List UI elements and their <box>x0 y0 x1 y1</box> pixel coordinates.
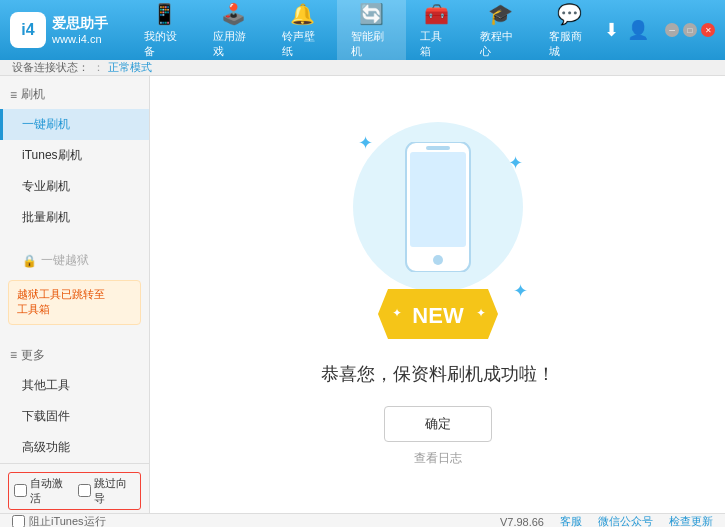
sidebar-jailbreak-header: 🔒 一键越狱 <box>0 245 149 276</box>
sidebar-item-advanced[interactable]: 高级功能 <box>0 432 149 463</box>
new-badge-svg: NEW ✦ ✦ <box>378 289 498 339</box>
sidebar-more-header: ≡ 更多 <box>0 341 149 370</box>
status-bar: 阻止iTunes运行 V7.98.66 客服 微信公众号 检查更新 <box>0 513 725 527</box>
sidebar: ≡ 刷机 一键刷机 iTunes刷机 专业刷机 批量刷机 <box>0 76 150 513</box>
success-illustration: ✦ ✦ NEW ✦ <box>338 122 538 342</box>
sidebar-jailbreak-notice: 越狱工具已跳转至 工具箱 <box>8 280 141 325</box>
status-right: V7.98.66 客服 微信公众号 检查更新 <box>500 514 713 527</box>
service-icon: 💬 <box>557 2 582 26</box>
nav-ringtones[interactable]: 🔔 铃声壁纸 <box>268 0 337 67</box>
nav-bar: 📱 我的设备 🕹️ 应用游戏 🔔 铃声壁纸 🔄 智能刷机 🧰 工具箱 🎓 <box>130 0 604 67</box>
breadcrumb: 设备连接状态： ： 正常模式 <box>0 60 725 76</box>
sidebar-item-other-tools[interactable]: 其他工具 <box>0 370 149 401</box>
auto-guide-checkbox[interactable]: 跳过向导 <box>78 476 136 506</box>
content-area: ✦ ✦ NEW ✦ <box>150 76 725 513</box>
toolbox-icon: 🧰 <box>424 2 449 26</box>
sparkle-icon-3: ✦ <box>513 280 528 302</box>
top-right-controls: ⬇ 👤 ─ □ ✕ <box>604 19 715 41</box>
nav-my-device[interactable]: 📱 我的设备 <box>130 0 199 67</box>
status-update-link[interactable]: 检查更新 <box>669 514 713 527</box>
maximize-btn[interactable]: □ <box>683 23 697 37</box>
ringtone-icon: 🔔 <box>290 2 315 26</box>
svg-point-2 <box>433 255 443 265</box>
auto-guide-input[interactable] <box>78 484 91 497</box>
download-icon[interactable]: ⬇ <box>604 19 619 41</box>
sidebar-flash-header: ≡ 刷机 <box>0 80 149 109</box>
logo-icon: i4 <box>10 12 46 48</box>
top-bar: i4 爱思助手 www.i4.cn 📱 我的设备 🕹️ 应用游戏 🔔 铃声壁纸 … <box>0 0 725 60</box>
auto-activate-checkbox[interactable]: 自动激活 <box>14 476 72 506</box>
tutorial-icon: 🎓 <box>488 2 513 26</box>
user-account-icon[interactable]: 👤 <box>627 19 649 41</box>
flash-icon: 🔄 <box>359 2 384 26</box>
status-left: 阻止iTunes运行 <box>12 514 106 527</box>
sparkle-icon-1: ✦ <box>358 132 373 154</box>
svg-rect-1 <box>410 152 466 247</box>
svg-text:✦: ✦ <box>476 306 486 320</box>
phone-circle <box>353 122 523 292</box>
sidebar-flash-section: ≡ 刷机 一键刷机 iTunes刷机 专业刷机 批量刷机 <box>0 80 149 233</box>
svg-text:NEW: NEW <box>412 303 464 328</box>
apps-icon: 🕹️ <box>221 2 246 26</box>
sidebar-bottom: 自动激活 跳过向导 📱 iPhone 15 Pro Max 512GB iPho… <box>0 463 149 513</box>
itunes-checkbox[interactable] <box>12 515 25 527</box>
main-area: ≡ 刷机 一键刷机 iTunes刷机 专业刷机 批量刷机 <box>0 76 725 513</box>
logo: i4 爱思助手 www.i4.cn <box>10 12 110 48</box>
window-controls: ─ □ ✕ <box>665 23 715 37</box>
sidebar-jailbreak-section: 🔒 一键越狱 越狱工具已跳转至 工具箱 <box>0 245 149 329</box>
status-service-link[interactable]: 客服 <box>560 514 582 527</box>
itunes-check[interactable]: 阻止iTunes运行 <box>12 514 106 527</box>
auto-activate-input[interactable] <box>14 484 27 497</box>
svg-text:✦: ✦ <box>392 306 402 320</box>
sidebar-item-itunes-flash[interactable]: iTunes刷机 <box>0 140 149 171</box>
sidebar-item-download-fw[interactable]: 下载固件 <box>0 401 149 432</box>
auto-check-row: 自动激活 跳过向导 <box>8 472 141 510</box>
sidebar-item-pro-flash[interactable]: 专业刷机 <box>0 171 149 202</box>
sidebar-more-section: ≡ 更多 其他工具 下载固件 高级功能 <box>0 341 149 463</box>
device-icon: 📱 <box>152 2 177 26</box>
view-log-link[interactable]: 查看日志 <box>414 450 462 467</box>
minimize-btn[interactable]: ─ <box>665 23 679 37</box>
nav-tutorial[interactable]: 🎓 教程中心 <box>466 0 535 67</box>
success-message: 恭喜您，保资料刷机成功啦！ <box>321 362 555 386</box>
phone-svg <box>398 142 478 272</box>
nav-smart-flash[interactable]: 🔄 智能刷机 <box>337 0 406 67</box>
close-btn[interactable]: ✕ <box>701 23 715 37</box>
svg-rect-3 <box>426 146 450 150</box>
sidebar-item-batch-flash[interactable]: 批量刷机 <box>0 202 149 233</box>
nav-apps-games[interactable]: 🕹️ 应用游戏 <box>199 0 268 67</box>
logo-text: 爱思助手 www.i4.cn <box>52 14 108 46</box>
nav-toolbox[interactable]: 🧰 工具箱 <box>406 0 466 67</box>
confirm-button[interactable]: 确定 <box>384 406 492 442</box>
sidebar-item-one-key-flash[interactable]: 一键刷机 <box>0 109 149 140</box>
nav-service[interactable]: 💬 客服商城 <box>535 0 604 67</box>
status-wechat-link[interactable]: 微信公众号 <box>598 514 653 527</box>
